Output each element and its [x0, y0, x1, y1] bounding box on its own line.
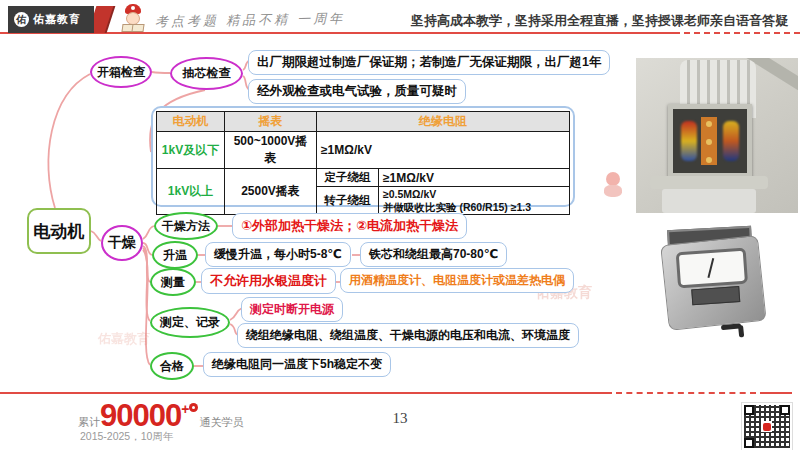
- stat-prefix: 累计: [78, 415, 100, 430]
- measure-note-2: 用酒精温度计、电阻温度计或温差热电偶: [340, 268, 574, 293]
- root-node-motor[interactable]: 电动机: [27, 208, 91, 254]
- pass-note: 绝缘电阻同一温度下5h稳定不变: [203, 352, 391, 377]
- table-cell-rotor-value-2: 并做吸收比实验 (R60/R15) ≥1.3: [383, 201, 565, 214]
- core-check-note-2: 经外观检查或电气试验，质量可疑时: [248, 79, 466, 104]
- brand-logo-text: 佑嘉教育: [33, 12, 81, 27]
- drying-method-note: ①外部加热干燥法；②电流加热干燥法: [232, 213, 467, 239]
- table-header-motor: 电动机: [157, 112, 225, 132]
- brand-logo: 佑 佑嘉教育: [8, 6, 94, 33]
- record-note-2: 绕组绝缘电阻、绕组温度、干燥电源的电压和电流、环境温度: [237, 323, 579, 348]
- table-cell-rotor-value-1: ≥0.5MΩ/kV: [383, 188, 565, 201]
- footer-stats: 累计 90000 + 通关学员: [78, 400, 243, 431]
- page-number: 13: [385, 410, 415, 427]
- node-drying-method[interactable]: 干燥方法: [154, 212, 218, 240]
- record-note-1: 测定时断开电源: [241, 297, 343, 322]
- table-cell-rotor-label: 转子绕组: [317, 187, 379, 215]
- node-pass[interactable]: 合格: [150, 352, 194, 380]
- table-cell-resistance-low: ≥1MΩ/kV: [317, 132, 570, 169]
- table-cell-stator-label: 定子绕组: [317, 169, 379, 187]
- stat-suffix: 通关学员: [199, 415, 243, 430]
- table-header-megger: 摇表: [225, 112, 317, 132]
- node-measure[interactable]: 测量: [150, 268, 196, 296]
- node-heat-up[interactable]: 升温: [152, 241, 198, 269]
- table-cell-stator-value: ≥1MΩ/kV: [379, 169, 570, 187]
- node-unboxing-check[interactable]: 开箱检查: [90, 56, 152, 88]
- heat-up-note-1: 缓慢升温，每小时5-8℃: [205, 242, 351, 267]
- table-cell-motor-low: 1kV及以下: [157, 132, 225, 169]
- table-cell-megger-high: 2500V摇表: [225, 169, 317, 215]
- measure-note-1: 不允许用水银温度计: [201, 268, 336, 294]
- node-core-check[interactable]: 抽芯检查: [170, 57, 243, 90]
- node-drying[interactable]: 干燥: [101, 225, 143, 261]
- qr-code[interactable]: [741, 402, 793, 450]
- table-header-resistance: 绝缘电阻: [317, 112, 570, 132]
- core-check-note-1: 出厂期限超过制造厂保证期；若制造厂无保证期限，出厂超1年: [248, 50, 610, 75]
- stat-number: 90000: [100, 400, 181, 431]
- insulation-megger-photo: [648, 220, 788, 350]
- table-cell-motor-high: 1kV以上: [157, 169, 225, 215]
- insulation-resistance-table: 电动机 摇表 绝缘电阻 1kV及以下 500~1000V摇表 ≥1MΩ/kV 1…: [151, 106, 575, 207]
- brand-circle-icon: 佑: [14, 12, 29, 27]
- anniversary-text: 2015-2025，10周年: [80, 430, 173, 444]
- motor-terminal-box-photo: [636, 58, 798, 213]
- slide: 佑 佑嘉教育 考点考题 精品不精 一周年 坚持高成本教学，坚持采用全程直播，坚持…: [0, 0, 800, 450]
- stat-plus: +: [181, 401, 189, 417]
- stat-badge-icon: [189, 403, 198, 412]
- chef-mascot-icon: [120, 4, 146, 34]
- heat-up-note-2: 铁芯和绕组最高70-80℃: [360, 242, 507, 267]
- table-cell-megger-low: 500~1000V摇表: [225, 132, 317, 169]
- node-record[interactable]: 测定、记录: [150, 307, 230, 338]
